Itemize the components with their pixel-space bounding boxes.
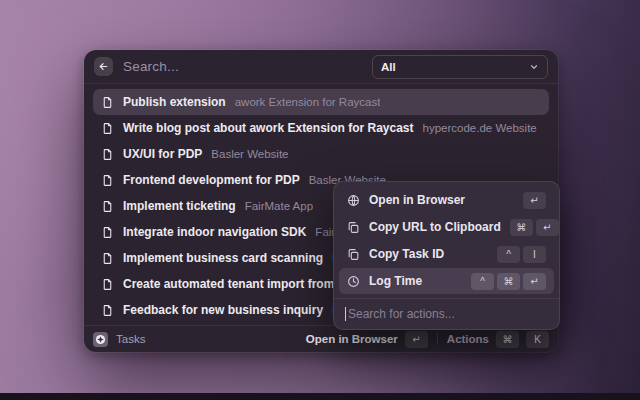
- text-cursor: [345, 307, 346, 321]
- menu-item[interactable]: Log Time^⌘↵: [339, 268, 554, 294]
- list-item[interactable]: Publish extensionawork Extension for Ray…: [93, 89, 549, 115]
- footer-divider: [437, 333, 438, 345]
- footer-primary-action[interactable]: Open in Browser: [306, 333, 398, 345]
- document-icon: [101, 96, 114, 109]
- document-icon: [101, 252, 114, 265]
- globe-icon: [347, 194, 360, 207]
- menu-item-label: Open in Browser: [369, 193, 465, 207]
- action-menu: Open in Browser↵Copy URL to Clipboard⌘↵C…: [333, 181, 560, 330]
- task-project: FairMate App: [245, 200, 313, 212]
- task-title: Implement ticketing: [123, 199, 236, 213]
- bottom-strip: [0, 393, 640, 400]
- shortcut-keycap: I: [523, 246, 546, 263]
- action-search-input[interactable]: Search for actions...: [339, 299, 554, 329]
- menu-item[interactable]: Copy URL to Clipboard⌘↵: [339, 214, 554, 240]
- task-title: Feedback for new business inquiry: [123, 303, 323, 317]
- menu-item[interactable]: Open in Browser↵: [339, 187, 554, 213]
- action-search-placeholder: Search for actions...: [348, 307, 455, 321]
- shortcut-keycap: ⌘: [510, 219, 533, 236]
- menu-item[interactable]: Copy Task ID^I: [339, 241, 554, 267]
- clock-icon: [347, 275, 360, 288]
- task-title: Implement business card scanning: [123, 251, 323, 265]
- task-title: Integrate indoor navigation SDK: [123, 225, 306, 239]
- task-project: awork Extension for Raycast: [235, 96, 381, 108]
- search-bar: Search... All: [84, 50, 558, 84]
- shortcut-keycap: ⌘: [497, 273, 520, 290]
- task-project: hypercode.de Website: [423, 122, 537, 134]
- document-icon: [101, 148, 114, 161]
- footer-actions-button[interactable]: Actions: [447, 333, 489, 345]
- back-button[interactable]: [94, 57, 113, 76]
- task-title: UX/UI for PDP: [123, 147, 202, 161]
- task-title: Write blog post about awork Extension fo…: [123, 121, 414, 135]
- enter-keycap: ↵: [405, 331, 428, 348]
- document-icon: [101, 122, 114, 135]
- clipboard-icon: [347, 248, 360, 261]
- menu-item-label: Copy URL to Clipboard: [369, 220, 501, 234]
- document-icon: [101, 278, 114, 291]
- shortcut-keycap: ^: [471, 273, 494, 290]
- document-icon: [101, 304, 114, 317]
- task-title: Publish extension: [123, 95, 226, 109]
- list-item[interactable]: UX/UI for PDPBasler Website: [93, 141, 549, 167]
- shortcut-keycap: ↵: [523, 192, 546, 209]
- k-keycap: K: [526, 331, 549, 348]
- footer-app: Tasks: [93, 332, 145, 347]
- cmd-keycap: ⌘: [496, 331, 519, 348]
- document-icon: [101, 226, 114, 239]
- document-icon: [101, 200, 114, 213]
- footer-app-label: Tasks: [116, 333, 145, 345]
- clipboard-icon: [347, 221, 360, 234]
- document-icon: [101, 174, 114, 187]
- shortcut-keycap: ↵: [536, 219, 559, 236]
- menu-item-label: Log Time: [369, 274, 422, 288]
- shortcut-keycap: ↵: [523, 273, 546, 290]
- arrow-left-icon: [98, 61, 109, 72]
- task-project: Basler Website: [211, 148, 288, 160]
- task-title: Frontend development for PDP: [123, 173, 300, 187]
- filter-dropdown-value: All: [381, 61, 396, 73]
- chevron-down-icon: [529, 62, 539, 72]
- search-input[interactable]: Search...: [123, 59, 362, 74]
- menu-item-label: Copy Task ID: [369, 247, 444, 261]
- awork-app-icon: [93, 332, 108, 347]
- filter-dropdown[interactable]: All: [372, 55, 548, 79]
- list-item[interactable]: Write blog post about awork Extension fo…: [93, 115, 549, 141]
- shortcut-keycap: ^: [497, 246, 520, 263]
- desktop-background: Search... All Publish extensionawork Ext…: [0, 0, 640, 400]
